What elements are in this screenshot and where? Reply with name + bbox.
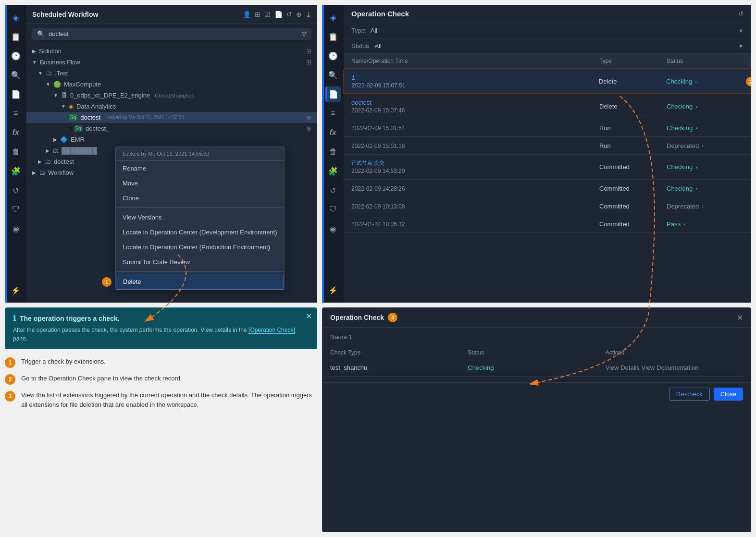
tree-item-odps[interactable]: ▼ 🗄 0_odps_xc_DPE_E2_engine China(Shangh…	[26, 90, 317, 101]
context-menu-code-review[interactable]: Submit for Code Review	[116, 255, 284, 269]
table-row[interactable]: 2022-02-09 14:28:26 Committed Checking ›	[344, 180, 751, 197]
close-button[interactable]: Close	[714, 388, 743, 401]
modal-table-row: test_shanchu Checking View Details View …	[330, 359, 743, 377]
right-sidebar-refresh[interactable]: ↺	[325, 183, 341, 198]
tree-item-businessflow[interactable]: ▼ Business Flow ⊞	[26, 57, 317, 68]
row-type: Run	[599, 124, 667, 132]
notification-body: After the operation passes the check, th…	[13, 326, 309, 343]
sidebar-icon-formula[interactable]: fx	[8, 125, 24, 140]
settings-icon[interactable]: ⊕	[296, 11, 302, 18]
sidebar-icon-search[interactable]: 🔍	[8, 67, 24, 83]
modal-table-header: Check Type Status Actions	[330, 346, 743, 359]
modal-name: Name:1	[330, 333, 743, 341]
table-row[interactable]: doctest 2022-02-09 15:07:46 Delete Check…	[344, 94, 751, 119]
right-sidebar-search[interactable]: 🔍	[325, 67, 341, 83]
row-name: 1	[352, 74, 599, 81]
context-menu-delete[interactable]: Delete 1	[116, 274, 284, 290]
check-icon[interactable]: ☑	[264, 11, 271, 18]
sidebar-icon-list[interactable]: ≡	[8, 106, 24, 121]
tree-item-maxcompute[interactable]: ▼ 🟢 MaxCompute	[26, 79, 317, 90]
status-filter-row: Status: All ▼	[344, 38, 751, 54]
table-row[interactable]: 2022-02-09 10:13:08 Committed Deprecated…	[344, 197, 751, 215]
sidebar-icon-document[interactable]: 📄	[8, 86, 24, 102]
tree-item-analytics[interactable]: ▼ ◈ Data Analytics	[26, 101, 317, 112]
row-status: Checking ›	[667, 124, 744, 132]
sidebar-icon-refresh[interactable]: ↺	[8, 183, 24, 198]
context-menu-locate-prod[interactable]: Locate in Operation Center (Production E…	[116, 240, 284, 255]
grid-action-icon[interactable]: ⊞	[306, 48, 311, 55]
modal-close-button[interactable]: ✕	[737, 313, 743, 322]
context-menu-rename[interactable]: Rename	[116, 161, 284, 176]
tree-item-doctest[interactable]: Sq doctest Locked by Me Oct 22, 2021 14:…	[26, 112, 317, 123]
tree-label: ████████	[62, 147, 97, 154]
modal-title: Operation Check	[330, 314, 384, 321]
table-row[interactable]: 2022-02-09 15:01:54 Run Checking ›	[344, 119, 751, 137]
user-icon[interactable]: 👤	[243, 11, 251, 18]
row-name-cell: 2022-02-09 15:01:54	[351, 124, 599, 132]
right-sidebar-history[interactable]: 🕑	[325, 48, 341, 63]
right-panel: ◈ 📋 🕑 🔍 📄 ≡ fx 🗑 🧩 ↺ 🛡 ◉ ⚡ Operation Che…	[322, 5, 751, 532]
step-2-text: Go to the Operation Check pane to view t…	[21, 374, 182, 383]
context-menu-clone[interactable]: Clone	[116, 191, 284, 206]
sidebar-icon-home[interactable]: ◈	[8, 10, 24, 25]
filter-icon[interactable]: ▽	[302, 30, 307, 37]
tree-label: Solution	[39, 48, 62, 55]
export-icon[interactable]: ⤓	[306, 11, 311, 18]
doc-icon[interactable]: 📄	[274, 11, 283, 18]
notification-link[interactable]: [Operation Check]	[248, 327, 295, 334]
tree-item-doctest2[interactable]: ○ Sq doctest_ ⊕	[26, 123, 317, 134]
sidebar-icon-plugin[interactable]: 🧩	[8, 163, 24, 179]
add-icon[interactable]: ⊕	[306, 125, 311, 132]
right-sidebar-shield[interactable]: 🛡	[325, 202, 341, 217]
sidebar-icon-history[interactable]: 🕑	[8, 48, 24, 63]
tree-item-emr[interactable]: ▶ 🔷 EMR	[26, 134, 317, 145]
row-status: Checking ›	[667, 99, 744, 114]
search-input[interactable]	[49, 30, 298, 37]
search-bar[interactable]: 🔍 ▽	[32, 28, 311, 40]
op-check-title: Operation Check	[351, 10, 409, 18]
table-row[interactable]: 1 2022-02-09 15:07:51 Delete Checking › …	[344, 69, 751, 94]
add-icon[interactable]: ⊕	[306, 114, 311, 121]
expand-icon: ▼	[32, 60, 37, 65]
right-sidebar-home[interactable]: ◈	[325, 10, 341, 25]
status-filter-dropdown[interactable]: ▼	[738, 43, 744, 49]
sidebar-icon-bottom[interactable]: ⚡	[8, 282, 24, 298]
type-filter-label: Type:	[351, 27, 367, 34]
sidebar-icon-trash[interactable]: 🗑	[8, 144, 24, 159]
workflow-sidebar: ◈ 📋 🕑 🔍 📄 ≡ fx 🗑 🧩 ↺ 🛡 ◉ ⚡	[5, 5, 26, 303]
tree-item-test[interactable]: ▼ 🗂 .Test	[26, 68, 317, 79]
right-sidebar-fx[interactable]: fx	[325, 125, 341, 140]
table-row[interactable]: 2022-01-24 10:05:32 Committed Pass ›	[344, 215, 751, 233]
sidebar-icon-shield[interactable]: 🛡	[8, 202, 24, 217]
row-status: Checking ›	[667, 184, 744, 192]
type-filter-dropdown[interactable]: ▼	[738, 28, 744, 34]
right-sidebar-bottom[interactable]: ⚡	[325, 282, 341, 298]
right-sidebar-list[interactable]: ≡	[325, 106, 341, 121]
modal-actions[interactable]: View Details View Documentation	[606, 364, 743, 371]
context-menu-move[interactable]: Move	[116, 176, 284, 191]
table-row[interactable]: 正式节点 提交 2022-02-09 14:53:20 Committed Ch…	[344, 155, 751, 180]
right-sidebar-package[interactable]: ◉	[325, 221, 341, 236]
notification-close-button[interactable]: ✕	[306, 312, 312, 321]
grid-action-icon[interactable]: ⊞	[306, 59, 311, 66]
notification-title: ℹ The operation triggers a check.	[13, 314, 309, 323]
loop-icon[interactable]: ↺	[286, 11, 292, 18]
refresh-icon[interactable]: ↺	[738, 10, 744, 17]
table-body: 1 2022-02-09 15:07:51 Delete Checking › …	[344, 69, 751, 303]
node-icon: 🔷	[60, 136, 68, 143]
sidebar-icon-tasks[interactable]: 📋	[8, 29, 24, 44]
right-sidebar-plugin[interactable]: 🧩	[325, 163, 341, 179]
tree-label: .Test	[55, 70, 68, 77]
table-row[interactable]: 2022-02-09 15:01:18 Run Deprecated ›	[344, 137, 751, 155]
sidebar-icon-package[interactable]: ◉	[8, 221, 24, 236]
right-sidebar-tasks[interactable]: 📋	[325, 29, 341, 44]
tree-item-solution[interactable]: ▶ Solution ⊞	[26, 46, 317, 57]
row-name-cell: 1 2022-02-09 15:07:51	[352, 74, 599, 89]
context-menu-versions[interactable]: View Versions	[116, 210, 284, 225]
recheck-button[interactable]: Re-check	[669, 388, 710, 401]
context-menu-locate-dev[interactable]: Locate in Operation Center (Development …	[116, 225, 284, 240]
grid-icon[interactable]: ⊞	[255, 11, 260, 18]
node-icon: Sq	[74, 125, 83, 132]
right-sidebar-doc[interactable]: 📄	[325, 86, 341, 102]
right-sidebar-trash[interactable]: 🗑	[325, 144, 341, 159]
